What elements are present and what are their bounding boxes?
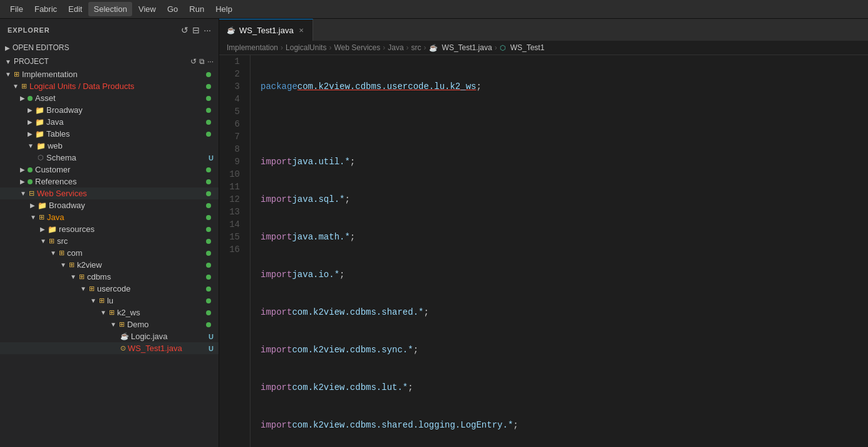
- breadcrumb-logical-units[interactable]: LogicalUnits: [286, 43, 326, 52]
- sidebar-refresh-icon[interactable]: ↺: [181, 25, 189, 35]
- broadway2-folder-icon: [38, 201, 49, 210]
- breadcrumb-java[interactable]: Java: [388, 43, 403, 52]
- code-line-10: import com.k2view.cdbms.shared.logging.L…: [261, 419, 868, 431]
- cdbms-label: cdbms: [87, 272, 206, 281]
- code-editor[interactable]: 1 2 3 4 5 6 7 8 9 10 11 12 13 14 15 16 p…: [219, 55, 868, 447]
- tree-broadway-1[interactable]: ▶ Broadway: [0, 104, 219, 116]
- tree-usercode[interactable]: ▼ ⊞ usercode: [0, 283, 219, 295]
- asset-status: [206, 96, 211, 101]
- tab-ws-test1[interactable]: ☕ WS_Test1.java ✕: [219, 19, 313, 41]
- usercode-status: [206, 287, 211, 292]
- code-line-5: import java.math.*;: [261, 231, 868, 243]
- logical-units-label: Logical Units / Data Products: [29, 82, 206, 91]
- breadcrumb-web-services[interactable]: Web Services: [334, 43, 380, 52]
- sidebar-collapse-icon[interactable]: ⊟: [192, 25, 200, 35]
- demo-status: [206, 322, 211, 327]
- tree-asset[interactable]: ▶ Asset: [0, 92, 219, 104]
- breadcrumb-implementation[interactable]: Implementation: [227, 43, 278, 52]
- web-services-status: [206, 191, 211, 196]
- project-section[interactable]: ▼ PROJECT ↺ ⧉ ···: [0, 55, 219, 68]
- tree-schema[interactable]: ⬡ Schema U: [0, 152, 219, 164]
- com-status: [206, 251, 211, 256]
- tree-web-services[interactable]: ▼ ⊟ Web Services: [0, 187, 219, 199]
- java2-status: [206, 215, 211, 220]
- sidebar-content: ▶ OPEN EDITORS ▼ PROJECT ↺ ⧉ ··· ▼ ⊞ Imp…: [0, 41, 219, 447]
- implementation-label: Implementation: [22, 70, 206, 79]
- broadway2-status: [206, 203, 211, 208]
- code-line-2: [261, 118, 868, 130]
- breadcrumb: Implementation › LogicalUnits › Web Serv…: [219, 41, 868, 55]
- tree-cdbms[interactable]: ▼ ⊞ cdbms: [0, 271, 219, 283]
- menu-help[interactable]: Help: [210, 2, 237, 16]
- tree-implementation[interactable]: ▼ ⊞ Implementation: [0, 68, 219, 80]
- sidebar-title: EXPLORER: [8, 26, 50, 34]
- menu-file[interactable]: File: [5, 2, 28, 16]
- breadcrumb-file[interactable]: WS_Test1.java: [442, 43, 492, 52]
- code-line-4: import java.sql.*;: [261, 193, 868, 206]
- project-more-btn[interactable]: ···: [207, 57, 214, 66]
- tree-customer[interactable]: ▶ Customer: [0, 164, 219, 176]
- lu-status: [206, 298, 211, 303]
- tree-references[interactable]: ▶ References: [0, 176, 219, 187]
- project-label: PROJECT: [14, 57, 49, 66]
- menubar: File Fabric Edit Selection View Go Run H…: [0, 0, 868, 19]
- resources-folder-icon: [48, 224, 59, 234]
- menu-selection[interactable]: Selection: [88, 2, 132, 16]
- menu-fabric[interactable]: Fabric: [29, 2, 62, 16]
- tree-java-1[interactable]: ▶ Java: [0, 116, 219, 128]
- breadcrumb-src[interactable]: src: [411, 43, 421, 52]
- tree-ws-test1-java[interactable]: ⊙ WS_Test1.java U: [0, 342, 219, 354]
- breadcrumb-sep-1: ›: [281, 43, 283, 52]
- tree-web[interactable]: ▼ web: [0, 140, 219, 152]
- main-layout: EXPLORER ↺ ⊟ ··· ▶ OPEN EDITORS ▼ PROJEC…: [0, 19, 868, 447]
- schema-label: Schema: [46, 153, 209, 162]
- menu-run[interactable]: Run: [184, 2, 209, 16]
- tree-java-2[interactable]: ▼ ⊞ Java: [0, 211, 219, 223]
- customer-label: Customer: [35, 165, 206, 174]
- k2ws-label: k2_ws: [117, 308, 206, 317]
- menu-view[interactable]: View: [133, 2, 161, 16]
- menu-go[interactable]: Go: [162, 2, 183, 16]
- broadway1-folder-icon: [35, 105, 46, 115]
- sidebar-more-icon[interactable]: ···: [204, 25, 211, 35]
- customer-status: [206, 167, 211, 172]
- tables-status: [206, 132, 211, 137]
- ws-test1-badge: U: [209, 345, 214, 352]
- logical-units-status: [206, 84, 211, 89]
- breadcrumb-class[interactable]: WS_Test1: [510, 43, 545, 52]
- sidebar-header: EXPLORER ↺ ⊟ ···: [0, 19, 219, 41]
- lu-label: lu: [107, 296, 206, 305]
- tree-k2ws[interactable]: ▼ ⊞ k2_ws: [0, 307, 219, 318]
- tree-com[interactable]: ▼ ⊞ com: [0, 247, 219, 259]
- code-line-8: import com.k2view.cdbms.sync.*;: [261, 344, 868, 356]
- references-status: [206, 179, 211, 184]
- tab-close-btn[interactable]: ✕: [297, 26, 305, 35]
- tree-logic-java[interactable]: ☕ Logic.java U: [0, 330, 219, 342]
- breadcrumb-sep-6: ›: [495, 43, 497, 52]
- tree-k2view[interactable]: ▼ ⊞ k2view: [0, 259, 219, 271]
- code-line-9: import com.k2view.cdbms.lut.*;: [261, 381, 868, 394]
- references-label: References: [35, 177, 206, 186]
- code-content[interactable]: package com.k2view.cdbms.usercode.lu.k2_…: [251, 55, 868, 447]
- project-refresh-btn[interactable]: ↺: [190, 57, 197, 66]
- broadway1-label: Broadway: [46, 105, 206, 115]
- project-copy-btn[interactable]: ⧉: [199, 57, 205, 66]
- src-label: src: [57, 236, 206, 246]
- tree-broadway-2[interactable]: ▶ Broadway: [0, 199, 219, 211]
- code-line-7: import com.k2view.cdbms.shared.*;: [261, 306, 868, 318]
- breadcrumb-sep-4: ›: [406, 43, 409, 52]
- tree-resources[interactable]: ▶ resources: [0, 223, 219, 235]
- logic-java-badge: U: [209, 333, 214, 340]
- tree-src[interactable]: ▼ ⊞ src: [0, 235, 219, 247]
- open-editors-section[interactable]: ▶ OPEN EDITORS: [0, 41, 219, 55]
- broadway2-label: Broadway: [49, 201, 206, 210]
- tree-logical-units[interactable]: ▼ ⊞ Logical Units / Data Products: [0, 80, 219, 92]
- tables-folder-icon: [35, 129, 46, 139]
- tab-bar: ☕ WS_Test1.java ✕: [219, 19, 868, 41]
- tree-tables[interactable]: ▶ Tables: [0, 128, 219, 140]
- menu-edit[interactable]: Edit: [63, 2, 87, 16]
- tree-demo[interactable]: ▼ ⊞ Demo: [0, 318, 219, 330]
- java1-label: Java: [46, 117, 206, 127]
- tree-lu[interactable]: ▼ ⊞ lu: [0, 295, 219, 307]
- resources-label: resources: [59, 224, 206, 234]
